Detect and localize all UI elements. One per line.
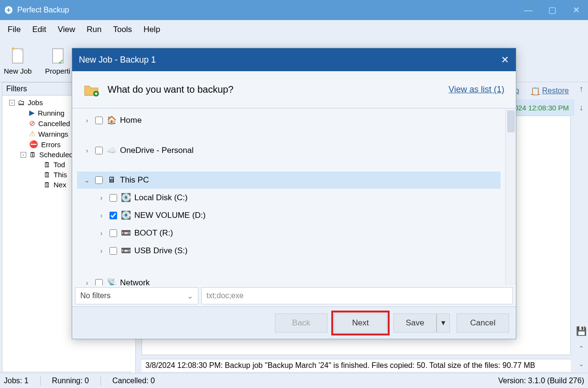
menu-view[interactable]: View [53, 23, 80, 36]
filter-placeholder: txt;doc;exe [207, 291, 243, 300]
drive-icon: 📼 [121, 228, 131, 238]
calendar-icon: 🗓 [44, 161, 51, 169]
next-button[interactable]: Next [334, 313, 387, 333]
status-cancelled: Cancelled: 0 [112, 377, 155, 385]
expand-icon[interactable]: ⌄ [83, 176, 91, 184]
title-bar: Perfect Backup — ▢ ✕ [0, 0, 588, 20]
source-label: BOOT (R:) [134, 228, 173, 238]
calendar-icon: 🗓 [29, 151, 36, 159]
status-jobs: Jobs: 1 [4, 377, 29, 385]
source-tree-item[interactable]: ›📡Network [77, 274, 501, 285]
source-tree-item[interactable]: ›💽Local Disk (C:) [77, 189, 501, 206]
source-label: NEW VOLUME (D:) [134, 211, 206, 220]
expand-icon[interactable]: › [83, 147, 91, 154]
maximize-button[interactable]: ▢ [540, 0, 564, 20]
source-checkbox[interactable] [109, 247, 117, 255]
error-icon: ⛔ [29, 140, 38, 149]
home-icon: 🏠 [107, 115, 116, 125]
app-icon [4, 5, 13, 15]
right-rail: ↑ ↓ 💾 ˆ ˇ [575, 82, 588, 374]
chevron-up-icon[interactable]: ˆ [580, 345, 583, 355]
expand-icon[interactable]: › [83, 279, 91, 286]
source-checkbox[interactable] [95, 176, 103, 184]
source-label: Home [120, 116, 142, 125]
source-checkbox[interactable] [109, 212, 117, 219]
save-dropdown-button[interactable]: ▾ [436, 313, 450, 333]
chevron-down-icon: ⌄ [187, 291, 193, 301]
disk-icon: 💽 [121, 210, 131, 220]
folder-icon: 🗂 [18, 98, 25, 107]
source-tree-item[interactable]: ›📼BOOT (R:) [77, 224, 501, 242]
source-label: Network [120, 278, 150, 286]
menu-edit[interactable]: Edit [27, 23, 51, 36]
status-version: Version: 3.1.0 (Build 276) [498, 377, 584, 385]
menu-run[interactable]: Run [82, 23, 106, 36]
menu-tools[interactable]: Tools [108, 23, 137, 36]
expand-icon[interactable]: › [97, 229, 106, 237]
net-icon: 📡 [107, 278, 116, 285]
folder-add-icon [84, 83, 99, 97]
status-running: Running: 0 [52, 377, 89, 385]
expand-icon[interactable]: › [97, 212, 106, 219]
status-bar: Jobs: 1 Running: 0 Cancelled: 0 Version:… [0, 373, 588, 388]
expand-icon[interactable]: › [97, 247, 106, 255]
expand-icon[interactable]: › [83, 117, 91, 124]
cancel-icon: ⊘ [29, 119, 35, 128]
toolbar-label: New Job [4, 67, 32, 75]
job-timestamp: 024 12:08:30 PM [514, 104, 569, 112]
collapse-icon[interactable]: - [21, 152, 26, 158]
disk-icon: 💽 [121, 193, 131, 203]
dialog-heading: What do you want to backup? [108, 84, 234, 95]
drive-icon: 📼 [121, 246, 131, 256]
warning-icon: ⚠ [29, 129, 35, 138]
source-checkbox[interactable] [95, 279, 103, 286]
dialog-title: New Job - Backup 1 [79, 55, 156, 65]
properties-button[interactable]: ✓ Properti [45, 46, 70, 75]
view-as-list-link[interactable]: View as list (1) [448, 85, 504, 95]
calendar-icon: 🗓 [44, 171, 51, 179]
save-button[interactable]: Save [393, 313, 436, 333]
save-icon[interactable]: 💾 [576, 326, 587, 336]
source-checkbox[interactable] [95, 147, 103, 154]
window-close-button[interactable]: ✕ [564, 0, 588, 20]
new-job-button[interactable]: ✦ New Job [4, 46, 32, 75]
dialog-close-button[interactable]: ✕ [501, 54, 509, 65]
filter-dropdown[interactable]: No filters ⌄ [75, 287, 198, 304]
new-job-dialog: New Job - Backup 1 ✕ What do you want to… [72, 48, 516, 339]
source-checkbox[interactable] [109, 229, 117, 237]
new-file-icon: ✦ [10, 46, 26, 65]
toolbar-label: Properti [45, 67, 70, 75]
collapse-icon[interactable]: - [9, 100, 15, 106]
log-line: 3/8/2024 12:08:30 PM: Backup job "Backup… [142, 359, 571, 372]
source-label: OneDrive - Personal [120, 146, 194, 155]
source-label: Local Disk (C:) [134, 193, 187, 203]
minimize-button[interactable]: — [516, 0, 540, 20]
monitor-icon: 🖥 [107, 175, 116, 185]
scrollbar[interactable] [505, 108, 516, 285]
menu-bar: File Edit View Run Tools Help [0, 20, 588, 39]
app-title: Perfect Backup [17, 6, 69, 14]
source-tree-item[interactable]: ›📼USB Drive (S:) [77, 242, 501, 259]
expand-icon[interactable]: › [97, 194, 106, 202]
properties-icon: ✓ [50, 46, 66, 65]
source-label: USB Drive (S:) [134, 246, 187, 256]
source-tree-item[interactable]: ›☁️OneDrive - Personal [77, 141, 501, 159]
source-tree-item[interactable]: ›🏠Home [77, 111, 501, 129]
source-checkbox[interactable] [109, 194, 117, 202]
source-tree-item[interactable]: ›💽NEW VOLUME (D:) [77, 206, 501, 224]
cancel-button[interactable]: Cancel [457, 313, 509, 333]
source-checkbox[interactable] [95, 117, 103, 124]
source-tree: ›🏠Home›☁️OneDrive - Personal⌄🖥This PC›💽L… [72, 108, 505, 285]
arrow-down-icon[interactable]: ↓ [579, 103, 584, 113]
back-button[interactable]: Back [275, 313, 327, 333]
menu-help[interactable]: Help [139, 23, 165, 36]
restore-link[interactable]: 📋Restore [531, 86, 569, 96]
chevron-down-icon[interactable]: ˇ [580, 364, 583, 374]
source-tree-item[interactable]: ⌄🖥This PC [77, 172, 501, 189]
menu-file[interactable]: File [3, 23, 25, 36]
restore-icon: 📋 [531, 86, 540, 96]
source-label: This PC [120, 175, 149, 185]
filter-input[interactable]: txt;doc;exe [201, 287, 513, 304]
cloud-icon: ☁️ [107, 145, 116, 155]
arrow-up-icon[interactable]: ↑ [579, 84, 584, 94]
